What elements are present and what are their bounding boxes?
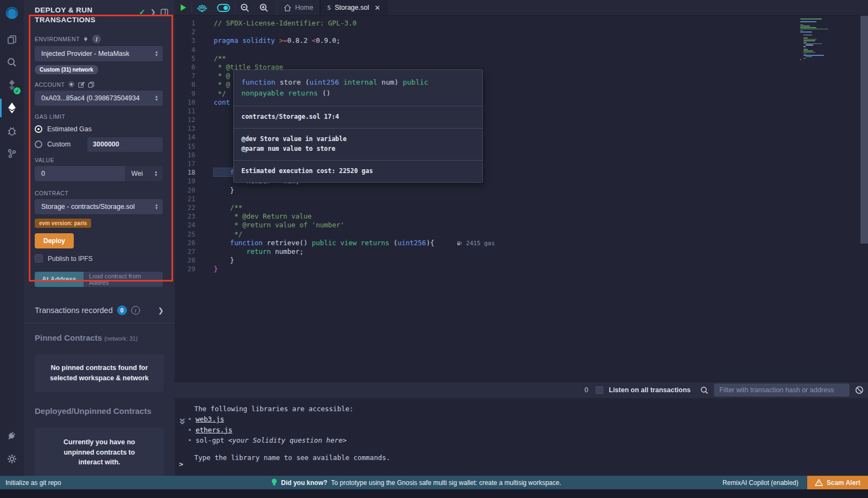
status-bar: Initialize as git repo Did you know? To … [0, 476, 868, 489]
environment-select[interactable]: Injected Provider - MetaMask ▲▼ [35, 46, 163, 61]
ethers-link[interactable]: ethers.js [196, 426, 233, 434]
transactions-recorded-row[interactable]: Transactions recorded 0 i ❯ [24, 297, 175, 323]
account-select[interactable]: 0xA03...85ac4 (0.398673504934 ▲▼ [35, 91, 163, 106]
line-number: 4 [175, 46, 203, 54]
copilot-status[interactable]: RemixAI Copilot (enabled) [723, 479, 807, 487]
search-icon[interactable] [700, 386, 709, 394]
ai-copilot-toggle[interactable] [212, 0, 235, 15]
pin-panel-icon[interactable] [161, 9, 168, 16]
line-number: 5 [175, 54, 203, 63]
code-line: // SPDX-License-Identifier: GPL-3.0 [214, 19, 797, 28]
solidity-compiler-icon[interactable]: ✓ [0, 74, 24, 97]
remix-ide-window: ✓ Deploy & run transactions ✓ ❯ [0, 0, 868, 498]
line-number: 10 [175, 98, 203, 107]
plus-icon[interactable] [68, 81, 75, 88]
tooltip-doc: @dev Store value in variable @param num … [234, 129, 482, 161]
remix-logo[interactable] [0, 0, 24, 28]
line-number: 9 [175, 90, 203, 98]
zoom-out-icon[interactable] [235, 0, 254, 15]
minimap[interactable] [800, 18, 838, 61]
web3-link[interactable]: web3.js [196, 415, 225, 423]
custom-gas-input[interactable]: 3000000 [87, 137, 163, 152]
warning-icon [815, 479, 823, 486]
line-number: 2 [175, 28, 203, 36]
code-line [214, 46, 797, 54]
line-number: 17 [175, 159, 203, 168]
library-link-item: web3.js [188, 414, 868, 424]
deploy-run-icon[interactable] [0, 97, 24, 119]
editor-scrollbar[interactable] [860, 16, 868, 244]
listen-checkbox[interactable] [596, 386, 603, 394]
publish-ipfs-option[interactable]: Publish to IPFS [35, 254, 163, 263]
line-number: 15 [175, 142, 203, 151]
tab-home[interactable]: Home [277, 0, 320, 15]
code-line: /** [214, 203, 797, 212]
code-line: return number; [214, 247, 797, 256]
line-number: 19 [175, 177, 203, 186]
pinned-empty-message: No pinned contracts found for selected w… [35, 354, 164, 392]
chevron-right-icon[interactable]: ❯ [158, 307, 167, 315]
code-line: } [214, 256, 797, 265]
evm-version-badge: evm version: paris [35, 219, 91, 228]
scam-alert-button[interactable]: Scam Alert [807, 476, 868, 489]
estimated-gas-option[interactable]: Estimated Gas [35, 123, 163, 135]
line-number: 16 [175, 151, 203, 159]
edit-icon[interactable] [78, 81, 85, 88]
git-icon[interactable] [0, 142, 24, 165]
info-icon[interactable]: i [92, 35, 101, 43]
line-number: 6 [175, 63, 203, 72]
plug-icon[interactable] [83, 36, 89, 42]
tooltip-signature: function store (uint256 internal num) pu… [234, 70, 482, 106]
contract-select[interactable]: Storage - contracts/Storage.sol ▲▼ [35, 199, 163, 214]
custom-gas-option[interactable]: Custom 3000000 [35, 138, 163, 150]
at-address-button[interactable]: At Address [35, 272, 84, 287]
ban-icon[interactable] [855, 386, 864, 394]
at-address-input[interactable]: Load contract from Addres [84, 272, 163, 287]
zoom-in-icon[interactable] [254, 0, 273, 15]
account-label: Account [35, 81, 163, 88]
plugin-manager-icon[interactable] [0, 425, 24, 448]
ai-copilot-robot-icon[interactable] [192, 0, 212, 15]
compile-success-badge: ✓ [14, 87, 21, 94]
line-number: 24 [175, 221, 203, 229]
git-init-status[interactable]: Initialize as git repo [0, 479, 61, 487]
chevron-updown-icon: ▲▼ [154, 170, 158, 177]
code-line: */ [214, 230, 797, 239]
debugger-icon[interactable] [0, 119, 24, 142]
search-icon[interactable] [0, 51, 24, 74]
value-label: Value [35, 157, 163, 163]
pinned-contracts-heading: Pinned Contracts (network: 31) [24, 323, 175, 342]
file-explorer-icon[interactable] [0, 28, 24, 51]
filter-input[interactable]: Filter with transaction hash or address [714, 384, 850, 397]
collapse-icon[interactable] [179, 418, 186, 428]
line-number: 27 [175, 247, 203, 256]
solidity-file-icon: S [327, 4, 331, 11]
home-icon [284, 4, 291, 11]
close-icon[interactable]: ✕ [374, 4, 380, 12]
value-unit-select[interactable]: Wei ▲▼ [125, 166, 163, 181]
contract-label: Contract [35, 190, 163, 196]
code-line [214, 28, 797, 36]
transactions-count-badge: 0 [117, 305, 127, 315]
line-number: 29 [175, 265, 203, 273]
tooltip-cost: Estimated execution cost: 22520 gas [234, 161, 482, 182]
hover-tooltip: function store (uint256 internal num) pu… [233, 69, 483, 183]
line-number: 13 [175, 124, 203, 133]
library-link-item: ethers.js [188, 425, 868, 435]
icon-rail: ✓ [0, 0, 24, 476]
deploy-button[interactable]: Deploy [35, 233, 74, 248]
chevron-right-icon[interactable]: ❯ [150, 8, 156, 16]
tab-storage-sol[interactable]: S Storage.sol ✕ [320, 0, 387, 15]
run-script-button[interactable] [175, 0, 192, 15]
line-number: 21 [175, 195, 203, 203]
code-editor[interactable]: 1234567891011121314151617181920212223242… [175, 16, 868, 381]
tab-bar: Home S Storage.sol ✕ [175, 0, 868, 16]
terminal-prompt[interactable]: > [179, 460, 183, 468]
info-icon[interactable]: i [131, 306, 140, 315]
chevron-updown-icon: ▲▼ [155, 50, 158, 57]
line-number: 20 [175, 186, 203, 195]
settings-gear-icon[interactable] [0, 448, 24, 470]
radio-icon [35, 141, 42, 148]
copy-icon[interactable] [88, 81, 94, 88]
value-input[interactable]: 0 [35, 166, 125, 181]
